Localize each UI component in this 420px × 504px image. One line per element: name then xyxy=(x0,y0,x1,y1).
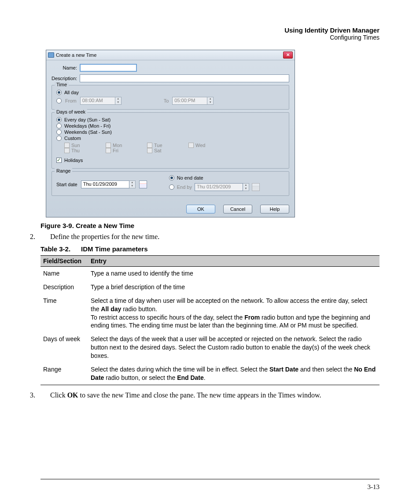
table-row: Description Type a brief description of … xyxy=(41,280,379,294)
end-by-spinner[interactable]: ▲▼ xyxy=(243,183,249,191)
footer-rule xyxy=(41,479,379,479)
cell-entry: Select the dates during which the time w… xyxy=(88,363,379,385)
to-time-field[interactable]: 05:00:PM xyxy=(172,97,207,105)
step-3-number: 3. xyxy=(41,391,50,399)
close-button[interactable]: ✕ xyxy=(283,52,293,59)
custom-label: Custom xyxy=(64,136,81,141)
sun-checkbox[interactable] xyxy=(64,143,70,148)
holidays-checkbox[interactable] xyxy=(56,158,62,163)
table-row: Time Select a time of day when user will… xyxy=(41,294,379,333)
page-number: 3-13 xyxy=(368,483,380,491)
from-radio[interactable] xyxy=(56,98,62,103)
end-by-label: End by xyxy=(177,184,192,190)
wed-label: Wed xyxy=(195,143,205,148)
help-button[interactable]: Help xyxy=(260,205,289,213)
start-date-field[interactable]: Thu 01/29/2009 xyxy=(81,180,129,188)
monitor-icon xyxy=(48,52,54,58)
time-fieldset: Time All day From 08:00:AM ▲▼ To xyxy=(52,85,289,110)
custom-radio[interactable] xyxy=(56,136,62,141)
weekdays-label: Weekdays (Mon - Fri) xyxy=(64,123,111,129)
weekends-radio[interactable] xyxy=(56,129,62,135)
calendar-icon[interactable] xyxy=(139,180,147,188)
thu-label: Thu xyxy=(71,148,80,153)
cell-field: Name xyxy=(41,267,88,280)
description-input[interactable] xyxy=(80,74,289,82)
sat-checkbox[interactable] xyxy=(147,148,152,153)
everyday-label: Every day (Sun - Sat) xyxy=(64,117,111,122)
cell-entry: Type a name used to identify the time xyxy=(88,267,379,280)
dow-legend: Days of week xyxy=(55,109,87,114)
cell-entry: Select a time of day when user will be a… xyxy=(88,294,379,333)
mon-label: Mon xyxy=(113,143,122,148)
calendar-icon[interactable] xyxy=(252,183,260,191)
weekends-label: Weekends (Sat - Sun) xyxy=(64,129,112,135)
dialog-title: Create a new Time xyxy=(56,52,96,58)
step-3-text: Click OK to save the new Time and close … xyxy=(50,391,321,399)
idm-time-parameters-table: Field/Section Entry Name Type a name use… xyxy=(41,255,379,385)
tue-checkbox[interactable] xyxy=(147,143,152,148)
table-row: Range Select the dates during which the … xyxy=(41,363,379,385)
allday-radio[interactable] xyxy=(56,90,62,95)
from-label: From xyxy=(65,98,77,103)
name-label: Name: xyxy=(52,65,80,70)
to-time-spinner[interactable]: ▲▼ xyxy=(207,97,214,105)
create-time-dialog: Create a new Time ✕ Name: Description: T… xyxy=(46,50,295,217)
from-time-spinner[interactable]: ▲▼ xyxy=(115,97,122,105)
start-date-spinner[interactable]: ▲▼ xyxy=(129,180,136,188)
time-legend: Time xyxy=(55,82,69,87)
end-by-field[interactable]: Thu 01/29/2009 xyxy=(195,183,243,191)
sat-label: Sat xyxy=(154,148,162,153)
thu-checkbox[interactable] xyxy=(64,148,70,153)
cell-field: Range xyxy=(41,363,88,385)
cell-field: Description xyxy=(41,280,88,294)
description-label: Description: xyxy=(52,76,80,81)
from-time-field[interactable]: 08:00:AM xyxy=(80,97,115,105)
start-date-label: Start date xyxy=(56,182,77,187)
table-row: Name Type a name used to identify the ti… xyxy=(41,267,379,280)
table-caption-title: IDM Time parameters xyxy=(81,245,147,253)
range-fieldset: Range Start date Thu 01/29/2009 ▲▼ xyxy=(52,171,289,196)
step-2-text: Define the properties for the new time. xyxy=(50,233,159,240)
to-label: To xyxy=(164,98,169,103)
name-input[interactable] xyxy=(80,64,137,72)
holidays-label: Holidays xyxy=(64,158,83,163)
tue-label: Tue xyxy=(154,143,162,148)
cancel-button[interactable]: Cancel xyxy=(223,205,252,213)
table-row: Days of week Select the days of the week… xyxy=(41,332,379,363)
table-head-field: Field/Section xyxy=(41,256,88,267)
figure-caption: Figure 3-9. Create a New Time xyxy=(41,222,379,229)
cell-field: Time xyxy=(41,294,88,333)
mon-checkbox[interactable] xyxy=(106,143,111,148)
days-of-week-fieldset: Days of week Every day (Sun - Sat) Weekd… xyxy=(52,112,289,169)
step-2-number: 2. xyxy=(41,233,50,241)
table-caption-label: Table 3-2. xyxy=(41,245,70,253)
sun-label: Sun xyxy=(71,143,80,148)
dialog-titlebar: Create a new Time ✕ xyxy=(46,50,295,60)
table-head-entry: Entry xyxy=(88,256,379,267)
step-2: 2.Define the properties for the new time… xyxy=(51,233,379,241)
step-3: 3.Click OK to save the new Time and clos… xyxy=(51,391,379,399)
allday-label: All day xyxy=(64,90,79,95)
wed-checkbox[interactable] xyxy=(188,143,194,148)
fri-checkbox[interactable] xyxy=(106,148,111,153)
page-header: Using Identity Driven Manager Configurin… xyxy=(41,26,379,41)
range-legend: Range xyxy=(55,168,72,173)
end-by-radio[interactable] xyxy=(169,184,174,190)
cell-entry: Select the days of the week that a user … xyxy=(88,332,379,363)
header-subtitle: Configuring Times xyxy=(41,34,379,41)
everyday-radio[interactable] xyxy=(56,117,62,122)
header-title: Using Identity Driven Manager xyxy=(41,26,379,34)
weekdays-radio[interactable] xyxy=(56,123,62,129)
ok-button[interactable]: OK xyxy=(186,205,215,213)
no-end-date-label: No end date xyxy=(177,175,203,180)
cell-entry: Type a brief description of the time xyxy=(88,280,379,294)
table-caption: Table 3-2.IDM Time parameters xyxy=(41,245,379,253)
cell-field: Days of week xyxy=(41,332,88,363)
no-end-date-radio[interactable] xyxy=(169,175,174,180)
fri-label: Fri xyxy=(113,148,118,153)
